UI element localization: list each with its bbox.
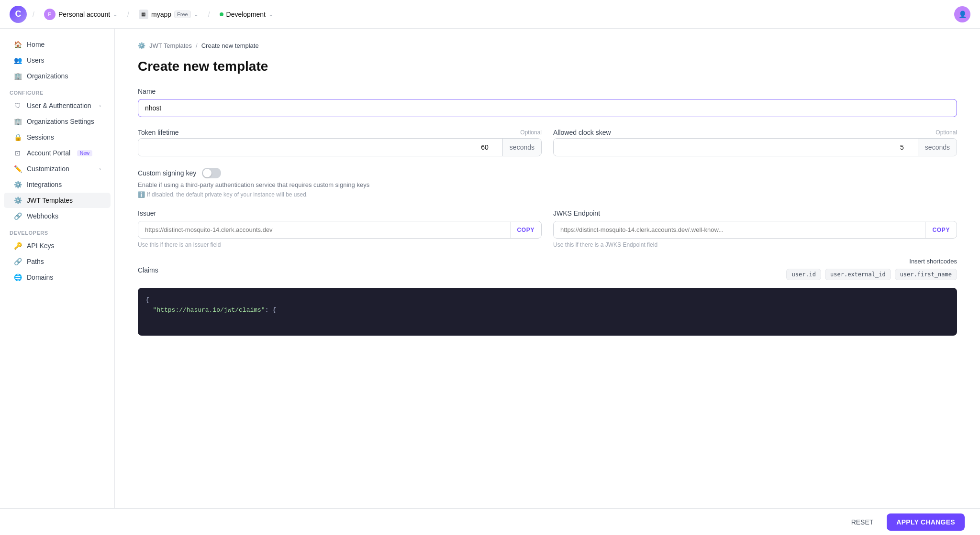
shortcode-user-external-id[interactable]: user.external_id xyxy=(825,269,891,280)
portal-icon: ⊡ xyxy=(13,149,22,157)
env-chevron-icon: ⌄ xyxy=(268,11,273,18)
breadcrumb-separator: / xyxy=(196,42,198,49)
token-lifetime-optional: Optional xyxy=(520,129,542,136)
sidebar-item-paths[interactable]: 🔗 Paths xyxy=(4,254,111,269)
users-icon: 👥 xyxy=(13,56,22,64)
insert-shortcodes-label: Insert shortcodes xyxy=(786,258,957,265)
webhooks-icon: 🔗 xyxy=(13,212,22,220)
sidebar-item-organizations[interactable]: 🏢 Organizations xyxy=(4,68,111,84)
jwks-label: JWKS Endpoint xyxy=(553,209,957,217)
name-field-group: Name xyxy=(138,87,957,117)
signing-key-note: ℹ️ If disabled, the default private key … xyxy=(138,191,957,198)
account-name: Personal account xyxy=(58,11,110,18)
jwks-input-row: COPY xyxy=(553,221,957,239)
sidebar-item-org-settings[interactable]: 🏢 Organizations Settings xyxy=(4,114,111,129)
jwks-input[interactable] xyxy=(554,221,925,238)
issuer-copy-button[interactable]: COPY xyxy=(510,222,541,238)
account-chevron-icon: ⌄ xyxy=(113,11,118,18)
sidebar-item-account-portal[interactable]: ⊡ Account Portal New xyxy=(4,145,111,161)
user-avatar[interactable]: 👤 xyxy=(954,6,970,22)
home-icon: 🏠 xyxy=(13,41,22,48)
issuer-hint: Use this if there is an Issuer field xyxy=(138,241,542,248)
env-status-dot xyxy=(220,12,223,16)
app-switcher[interactable]: ▦ myapp Free ⌄ xyxy=(135,8,202,21)
bottom-spacer xyxy=(138,336,957,366)
org-settings-icon: 🏢 xyxy=(13,118,22,125)
app-name: myapp xyxy=(151,11,171,18)
sidebar-item-label: Home xyxy=(27,41,45,48)
chevron-right-icon: › xyxy=(99,166,101,172)
sidebar-item-api-keys[interactable]: 🔑 API Keys xyxy=(4,238,111,253)
sidebar-item-label: Integrations xyxy=(27,181,62,188)
clock-skew-input[interactable] xyxy=(554,139,918,156)
clock-skew-suffix: seconds xyxy=(918,139,957,156)
signing-key-header: Custom signing key xyxy=(138,168,957,178)
new-badge: New xyxy=(77,150,92,156)
clock-skew-group: Allowed clock skew Optional seconds xyxy=(553,129,957,156)
name-label: Name xyxy=(138,87,957,95)
sidebar-item-jwt-templates[interactable]: ⚙️ JWT Templates xyxy=(4,193,111,208)
sidebar-item-sessions[interactable]: 🔒 Sessions xyxy=(4,130,111,145)
sidebar-item-label: User & Authentication xyxy=(27,102,91,109)
integrations-icon: ⚙️ xyxy=(13,181,22,188)
signing-key-desc: Enable if using a third-party authentica… xyxy=(138,181,957,188)
app-chevron-icon: ⌄ xyxy=(194,11,199,18)
shortcodes-list: user.id user.external_id user.first_name xyxy=(786,269,957,280)
topnav-right: 👤 xyxy=(954,6,970,22)
sidebar-item-label: Paths xyxy=(27,258,44,265)
token-lifetime-suffix: seconds xyxy=(502,139,541,156)
token-lifetime-input-wrapper: seconds xyxy=(138,138,542,156)
sidebar-item-label: Customization xyxy=(27,165,69,173)
nav-separator-1: / xyxy=(33,11,34,18)
shortcode-user-id[interactable]: user.id xyxy=(786,269,821,280)
key-icon: 🔑 xyxy=(13,242,22,250)
organizations-icon: 🏢 xyxy=(13,72,22,80)
info-icon: ℹ️ xyxy=(138,191,145,198)
sidebar-item-webhooks[interactable]: 🔗 Webhooks xyxy=(4,208,111,224)
configure-section-label: CONFIGURE xyxy=(0,84,114,98)
breadcrumb: ⚙️ JWT Templates / Create new template xyxy=(138,42,957,49)
clock-skew-label-row: Allowed clock skew Optional xyxy=(553,129,957,136)
token-lifetime-group: Token lifetime Optional seconds xyxy=(138,129,542,156)
paths-icon: 🔗 xyxy=(13,258,22,265)
account-avatar: P xyxy=(44,9,56,20)
issuer-group: Issuer COPY Use this if there is an Issu… xyxy=(138,209,542,248)
sidebar-item-label: Organizations Settings xyxy=(27,118,94,125)
sidebar-item-users[interactable]: 👥 Users xyxy=(4,53,111,68)
shield-icon: 🛡 xyxy=(13,102,22,109)
sidebar-item-integrations[interactable]: ⚙️ Integrations xyxy=(4,177,111,192)
code-line-2: "https://hasura.io/jwt/claims": { xyxy=(145,306,949,316)
layout: 🏠 Home 👥 Users 🏢 Organizations CONFIGURE… xyxy=(0,29,980,535)
topnav: C / P Personal account ⌄ / ▦ myapp Free … xyxy=(0,0,980,29)
signing-key-title: Custom signing key xyxy=(138,169,196,177)
sidebar-item-customization[interactable]: ✏️ Customization › xyxy=(4,161,111,176)
sidebar-item-domains[interactable]: 🌐 Domains xyxy=(4,270,111,285)
apply-changes-button[interactable]: APPLY CHANGES xyxy=(887,513,965,531)
signing-key-toggle[interactable] xyxy=(202,168,221,178)
clock-skew-optional: Optional xyxy=(935,129,957,136)
shortcode-user-first-name[interactable]: user.first_name xyxy=(895,269,957,280)
lock-icon: 🔒 xyxy=(13,133,22,141)
claims-code-editor[interactable]: { "https://hasura.io/jwt/claims": { xyxy=(138,288,957,336)
toggle-knob xyxy=(203,169,212,177)
sidebar-item-user-auth[interactable]: 🛡 User & Authentication › xyxy=(4,98,111,113)
lifetime-row: Token lifetime Optional seconds Allowed … xyxy=(138,129,957,156)
account-switcher[interactable]: P Personal account ⌄ xyxy=(40,7,122,22)
signing-key-section: Custom signing key Enable if using a thi… xyxy=(138,168,957,198)
jwks-copy-button[interactable]: COPY xyxy=(925,222,957,238)
claims-label: Claims xyxy=(138,266,158,274)
claims-header: Claims Insert shortcodes user.id user.ex… xyxy=(138,258,957,286)
issuer-jwks-row: Issuer COPY Use this if there is an Issu… xyxy=(138,209,957,248)
reset-button[interactable]: RESET xyxy=(844,514,881,530)
name-input[interactable] xyxy=(138,99,957,117)
breadcrumb-parent-link[interactable]: JWT Templates xyxy=(149,42,192,49)
env-switcher[interactable]: Development ⌄ xyxy=(216,9,278,20)
token-lifetime-input[interactable] xyxy=(138,139,502,156)
sidebar-item-label: Users xyxy=(27,56,45,64)
developers-section-label: DEVELOPERS xyxy=(0,224,114,238)
nav-separator-3: / xyxy=(208,11,210,18)
jwt-icon: ⚙️ xyxy=(13,197,22,204)
chevron-right-icon: › xyxy=(99,103,101,109)
sidebar-item-home[interactable]: 🏠 Home xyxy=(4,37,111,52)
issuer-input[interactable] xyxy=(138,221,510,238)
